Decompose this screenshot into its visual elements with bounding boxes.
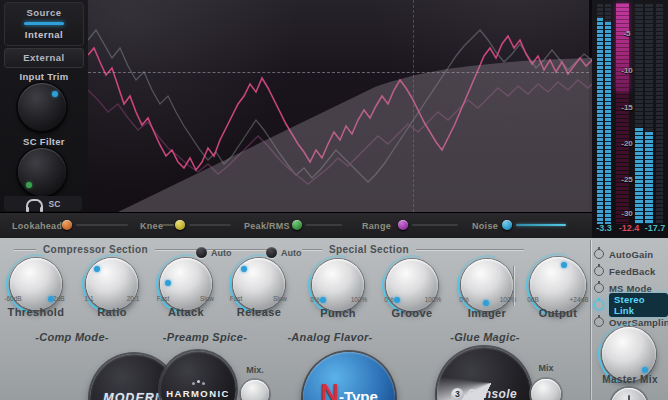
threshold-knob[interactable]	[10, 258, 62, 310]
release-knob[interactable]	[233, 258, 285, 310]
lookahead-label: Lookahead	[12, 221, 62, 231]
ratio-label: Ratio	[76, 306, 148, 318]
comp-mode-header: -Comp Mode-	[12, 331, 132, 343]
threshold-line[interactable]	[88, 72, 589, 73]
toggle-label: MS Mode	[609, 283, 652, 294]
preamp-mix-knob[interactable]	[241, 380, 269, 400]
groove-label: Groove	[376, 307, 448, 319]
attack-label: Attack	[150, 306, 222, 318]
source-external-button[interactable]: External	[4, 48, 84, 68]
ratio-min: 1:1	[74, 295, 104, 302]
special-section-title: Special Section	[329, 244, 409, 255]
preamp-mix-label: Mix.	[237, 365, 273, 375]
knee-marker-line	[413, 0, 414, 212]
preamp-spice-selector[interactable]: HARMONIC	[160, 351, 236, 400]
knob-indicator-dot	[94, 266, 100, 272]
molecule-icon	[197, 380, 200, 383]
glue-magic-header: -Glue Magic-	[424, 331, 546, 343]
input-meter-right	[605, 4, 611, 224]
input-trim-knob[interactable]	[18, 83, 66, 131]
threshold-label: Threshold	[0, 306, 72, 318]
ratio-knob[interactable]	[86, 258, 138, 310]
knob-indicator-dot	[241, 266, 247, 272]
compressor-section-title: Compressor Section	[43, 244, 148, 255]
knee-track-pre	[162, 224, 174, 226]
attack-max: Slow	[192, 295, 222, 302]
power-icon	[594, 283, 604, 293]
release-max: Slow	[265, 295, 295, 302]
knob-indicator-dot	[48, 296, 54, 302]
power-icon	[594, 266, 604, 276]
scale-tick: -25	[617, 175, 637, 184]
punch-label: Punch	[302, 307, 374, 319]
divider	[590, 240, 591, 400]
source-selector[interactable]: Source Internal	[4, 2, 84, 46]
toggle-feedback[interactable]: FeedBack	[594, 264, 668, 278]
lookahead-slider[interactable]	[62, 220, 72, 230]
glue-magic-selector[interactable]: 3 Console	[437, 347, 531, 400]
power-icon	[594, 317, 604, 327]
glue-mix-knob[interactable]	[531, 379, 561, 400]
auto-toggle-label: Auto	[211, 248, 232, 258]
source-active-led	[24, 22, 64, 25]
threshold-max: +2dB	[42, 295, 72, 302]
imager-knob[interactable]	[461, 259, 513, 311]
attack-auto-toggle[interactable]: Auto	[196, 247, 232, 258]
threshold-min: -60dB	[0, 295, 28, 302]
attack-knob[interactable]	[160, 258, 212, 310]
divider	[14, 249, 36, 250]
ntype-type: -Type	[339, 388, 378, 400]
knob-indicator-dot	[483, 300, 489, 306]
attack-min: Fast	[148, 295, 178, 302]
scale-tick: -30	[617, 209, 637, 218]
peakrms-slider[interactable]	[292, 220, 302, 230]
sc-filter-label: SC Filter	[0, 136, 88, 147]
analog-flavor-selector[interactable]: N -Type The Legend Sound	[303, 352, 395, 400]
peakrms-label: Peak/RMS	[244, 221, 290, 231]
main-panel: Compressor Section Special Section Auto …	[0, 238, 668, 400]
toggle-stereo-link[interactable]: Stereo Link	[594, 298, 668, 312]
punch-max: 100%	[344, 296, 374, 303]
imager-label: Imager	[451, 307, 523, 319]
scale-tick: -20	[617, 139, 637, 148]
groove-knob[interactable]	[386, 259, 438, 311]
toggle-label: AutoGain	[609, 249, 653, 260]
source-label: Source	[5, 7, 83, 18]
scale-tick: -15	[617, 103, 637, 112]
range-slider[interactable]	[398, 220, 408, 230]
divider	[416, 249, 524, 250]
sc-filter-knob[interactable]	[18, 148, 66, 196]
plugin-window: Source Internal External Input Trim SC F…	[0, 0, 668, 400]
preamp-spice-value: HARMONIC	[166, 388, 229, 399]
master-mix-knob[interactable]	[602, 327, 656, 381]
sc-listen-label: SC	[49, 199, 61, 209]
glue-mix-label: Mix	[529, 363, 563, 373]
ratio-max: 20:1	[118, 295, 148, 302]
knee-label: Knee	[140, 221, 163, 231]
input-meter-left	[597, 4, 603, 224]
toggle-autogain[interactable]: AutoGain	[594, 247, 668, 261]
lookahead-track	[76, 224, 128, 226]
toggle-label: Stereo Link	[609, 293, 668, 317]
meter-scale-column	[656, 4, 663, 224]
knee-track	[189, 224, 231, 226]
console-3: 3	[451, 388, 464, 400]
output-readout: -17.7	[642, 223, 668, 233]
special-section-header: Special Section	[302, 244, 524, 255]
release-min: Fast	[221, 295, 251, 302]
input-readout: -3.3	[593, 223, 615, 233]
source-internal-button[interactable]: Internal	[5, 29, 83, 40]
knee-slider[interactable]	[175, 220, 185, 230]
sc-listen-button[interactable]: SC	[4, 196, 82, 211]
punch-knob[interactable]	[312, 259, 364, 311]
power-icon	[594, 300, 604, 310]
output-knob[interactable]	[530, 257, 586, 313]
scale-tick: -5	[617, 29, 637, 38]
power-icon	[594, 249, 604, 259]
noise-slider[interactable]	[502, 220, 512, 230]
auto-toggle-label: Auto	[281, 248, 302, 258]
waveform-display[interactable]	[88, 0, 592, 212]
input-trim-label: Input Trim	[0, 71, 88, 82]
divider	[513, 266, 514, 306]
sidechain-panel: Source Internal External Input Trim SC F…	[0, 0, 90, 212]
